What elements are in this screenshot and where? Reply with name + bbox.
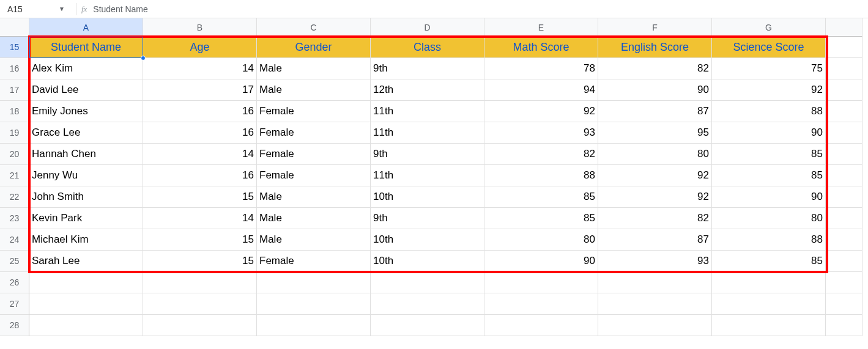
cell-G23[interactable]: 80 [712, 208, 826, 229]
cell-C17[interactable]: Male [257, 79, 371, 101]
cell-G26[interactable] [712, 272, 826, 293]
cell-A25[interactable]: Sarah Lee [29, 251, 143, 272]
cell-E20[interactable]: 82 [484, 144, 598, 165]
cell-extra-16[interactable] [826, 58, 862, 79]
cell-D18[interactable]: 11th [371, 101, 484, 122]
cell-G21[interactable]: 85 [712, 165, 826, 186]
cell-B16[interactable]: 14 [143, 58, 257, 79]
cell-D25[interactable]: 10th [371, 251, 484, 272]
cell-E19[interactable]: 93 [484, 122, 598, 144]
cell-E17[interactable]: 94 [484, 79, 598, 101]
row-header-20[interactable]: 20 [0, 144, 29, 165]
cell-C16[interactable]: Male [257, 58, 371, 79]
cell-G20[interactable]: 85 [712, 144, 826, 165]
cell-D22[interactable]: 10th [371, 186, 484, 208]
cell-G19[interactable]: 90 [712, 122, 826, 144]
cell-F24[interactable]: 87 [598, 229, 712, 251]
cell-B20[interactable]: 14 [143, 144, 257, 165]
cell-E24[interactable]: 80 [484, 229, 598, 251]
cell-A19[interactable]: Grace Lee [29, 122, 143, 144]
cell-D20[interactable]: 9th [371, 144, 484, 165]
cell-C22[interactable]: Male [257, 186, 371, 208]
row-header-24[interactable]: 24 [0, 229, 29, 251]
cell-C15[interactable]: Gender [257, 37, 371, 58]
column-header-G[interactable]: G [712, 18, 826, 37]
cell-A18[interactable]: Emily Jones [29, 101, 143, 122]
cell-G28[interactable] [712, 315, 826, 336]
cell-G25[interactable]: 85 [712, 251, 826, 272]
cell-F27[interactable] [598, 293, 712, 315]
cell-E18[interactable]: 92 [484, 101, 598, 122]
cell-extra-17[interactable] [826, 79, 862, 101]
cell-extra-27[interactable] [826, 293, 862, 315]
row-header-28[interactable]: 28 [0, 315, 29, 336]
cell-extra-25[interactable] [826, 251, 862, 272]
cell-E26[interactable] [484, 272, 598, 293]
row-header-27[interactable]: 27 [0, 293, 29, 315]
cell-B21[interactable]: 16 [143, 165, 257, 186]
select-all-corner[interactable] [0, 18, 29, 37]
cell-B24[interactable]: 15 [143, 229, 257, 251]
selection-fill-handle[interactable] [141, 56, 146, 61]
cell-F26[interactable] [598, 272, 712, 293]
cell-extra-15[interactable] [826, 37, 862, 58]
column-header-extra[interactable] [826, 18, 862, 37]
cell-C28[interactable] [257, 315, 371, 336]
cell-A16[interactable]: Alex Kim [29, 58, 143, 79]
cell-B22[interactable]: 15 [143, 186, 257, 208]
column-header-B[interactable]: B [143, 18, 257, 37]
cell-G18[interactable]: 88 [712, 101, 826, 122]
row-header-18[interactable]: 18 [0, 101, 29, 122]
column-header-F[interactable]: F [598, 18, 712, 37]
cell-C18[interactable]: Female [257, 101, 371, 122]
cell-B23[interactable]: 14 [143, 208, 257, 229]
cell-B15[interactable]: Age [143, 37, 257, 58]
cell-F17[interactable]: 90 [598, 79, 712, 101]
cell-E23[interactable]: 85 [484, 208, 598, 229]
cell-E15[interactable]: Math Score [484, 37, 598, 58]
cell-B26[interactable] [143, 272, 257, 293]
cell-F28[interactable] [598, 315, 712, 336]
column-header-A[interactable]: A [29, 18, 143, 37]
row-header-19[interactable]: 19 [0, 122, 29, 144]
cell-B25[interactable]: 15 [143, 251, 257, 272]
row-header-17[interactable]: 17 [0, 79, 29, 101]
name-box[interactable]: A15 [4, 4, 53, 14]
cell-extra-21[interactable] [826, 165, 862, 186]
cell-F19[interactable]: 95 [598, 122, 712, 144]
cell-A20[interactable]: Hannah Chen [29, 144, 143, 165]
cell-D21[interactable]: 11th [371, 165, 484, 186]
cell-A23[interactable]: Kevin Park [29, 208, 143, 229]
cell-C19[interactable]: Female [257, 122, 371, 144]
cell-extra-24[interactable] [826, 229, 862, 251]
cell-F16[interactable]: 82 [598, 58, 712, 79]
row-header-16[interactable]: 16 [0, 58, 29, 79]
column-header-C[interactable]: C [257, 18, 371, 37]
cell-B27[interactable] [143, 293, 257, 315]
cell-A17[interactable]: David Lee [29, 79, 143, 101]
cell-F21[interactable]: 92 [598, 165, 712, 186]
cell-G15[interactable]: Science Score [712, 37, 826, 58]
cell-E25[interactable]: 90 [484, 251, 598, 272]
cell-B19[interactable]: 16 [143, 122, 257, 144]
cell-extra-26[interactable] [826, 272, 862, 293]
cell-F23[interactable]: 82 [598, 208, 712, 229]
cell-G24[interactable]: 88 [712, 229, 826, 251]
cell-A21[interactable]: Jenny Wu [29, 165, 143, 186]
spreadsheet-grid[interactable]: ABCDEFG 15Student NameAgeGenderClassMath… [0, 18, 868, 336]
cell-C23[interactable]: Male [257, 208, 371, 229]
row-header-23[interactable]: 23 [0, 208, 29, 229]
cell-D24[interactable]: 10th [371, 229, 484, 251]
cell-G17[interactable]: 92 [712, 79, 826, 101]
cell-D17[interactable]: 12th [371, 79, 484, 101]
cell-F25[interactable]: 93 [598, 251, 712, 272]
cell-D27[interactable] [371, 293, 484, 315]
name-box-dropdown-icon[interactable]: ▼ [53, 6, 71, 12]
cell-C27[interactable] [257, 293, 371, 315]
cell-C25[interactable]: Female [257, 251, 371, 272]
cell-E27[interactable] [484, 293, 598, 315]
row-header-25[interactable]: 25 [0, 251, 29, 272]
cell-extra-18[interactable] [826, 101, 862, 122]
cell-E21[interactable]: 88 [484, 165, 598, 186]
cell-D23[interactable]: 9th [371, 208, 484, 229]
